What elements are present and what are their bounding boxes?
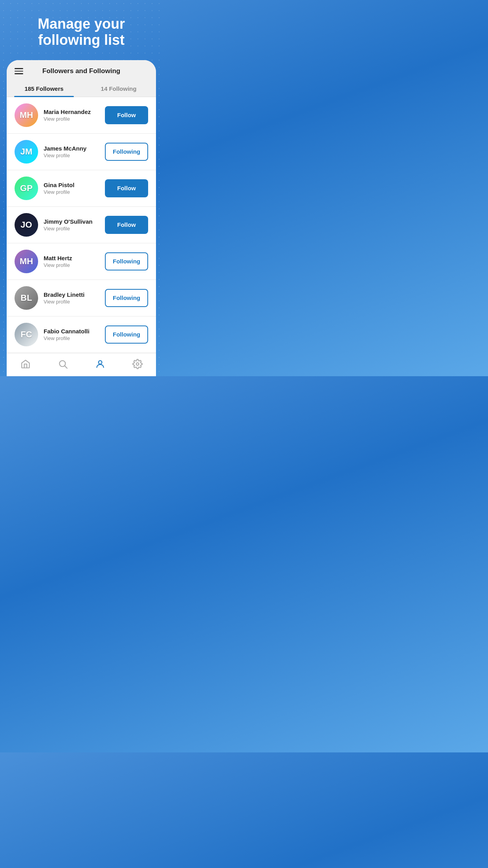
user-row: GP Gina Pistol View profile Follow [7,170,156,207]
user-info: Jimmy O'Sullivan View profile [44,218,99,232]
avatar: BL [15,286,38,310]
follow-button[interactable]: Follow [105,179,148,197]
user-name: Gina Pistol [44,182,99,188]
following-button[interactable]: Following [105,326,148,344]
nav-profile[interactable] [89,357,112,371]
user-name: Bradley Linetti [44,291,99,298]
tabs-bar: 185 Followers 14 Following [7,81,156,97]
bottom-nav [7,353,156,376]
user-info: Bradley Linetti View profile [44,291,99,305]
avatar: GP [15,177,38,200]
tab-following[interactable]: 14 Following [81,81,156,97]
user-info: James McAnny View profile [44,145,99,158]
view-profile-link[interactable]: View profile [44,153,99,158]
user-row: JM James McAnny View profile Following [7,134,156,170]
phone-card: Followers and Following 185 Followers 14… [7,60,156,376]
view-profile-link[interactable]: View profile [44,335,99,341]
user-row: BL Bradley Linetti View profile Followin… [7,280,156,316]
user-info: Fabio Cannatolli View profile [44,328,99,341]
nav-home[interactable] [14,357,37,371]
nav-search[interactable] [51,357,74,371]
tab-followers[interactable]: 185 Followers [7,81,81,97]
avatar: MH [15,103,38,127]
view-profile-link[interactable]: View profile [44,262,99,268]
view-profile-link[interactable]: View profile [44,299,99,305]
user-info: Maria Hernandez View profile [44,108,99,122]
user-name: Matt Hertz [44,255,99,261]
view-profile-link[interactable]: View profile [44,189,99,195]
user-info: Matt Hertz View profile [44,255,99,268]
menu-button[interactable] [15,68,23,74]
svg-point-2 [98,360,102,364]
follow-button[interactable]: Follow [105,106,148,124]
view-profile-link[interactable]: View profile [44,226,99,232]
svg-line-1 [64,366,67,368]
user-row: MH Matt Hertz View profile Following [7,243,156,280]
app-header-title: Followers and Following [28,67,135,75]
app-header: Followers and Following [7,60,156,75]
user-name: James McAnny [44,145,99,152]
user-name: Fabio Cannatolli [44,328,99,335]
hero-title: Manage your following list [0,16,163,48]
following-button[interactable]: Following [105,143,148,161]
user-name: Maria Hernandez [44,108,99,115]
user-row: JO Jimmy O'Sullivan View profile Follow [7,207,156,243]
user-row: MH Maria Hernandez View profile Follow [7,97,156,134]
view-profile-link[interactable]: View profile [44,116,99,122]
avatar: JO [15,213,38,237]
avatar: FC [15,323,38,346]
follow-button[interactable]: Follow [105,216,148,234]
avatar: JM [15,140,38,164]
nav-settings[interactable] [126,357,149,371]
user-list: MH Maria Hernandez View profile Follow J… [7,97,156,353]
user-row: FC Fabio Cannatolli View profile Followi… [7,316,156,353]
following-button[interactable]: Following [105,289,148,307]
svg-point-3 [136,363,139,366]
user-name: Jimmy O'Sullivan [44,218,99,225]
following-button[interactable]: Following [105,252,148,270]
avatar: MH [15,250,38,273]
user-info: Gina Pistol View profile [44,182,99,195]
